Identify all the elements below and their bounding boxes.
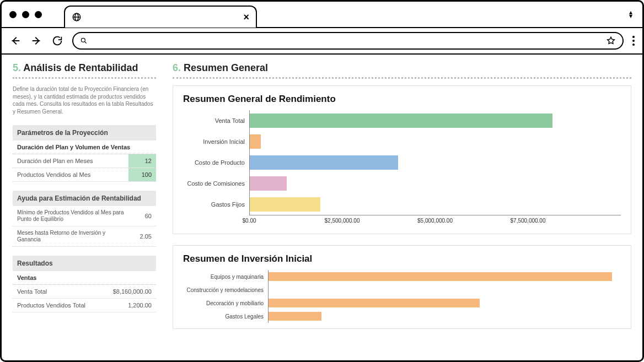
page-content: 5. Análisis de Rentabilidad Define la du… xyxy=(2,55,642,360)
results-header: Resultados xyxy=(13,256,156,271)
chart-bar xyxy=(269,299,480,307)
right-column: 6. Resumen General Resumen General de Re… xyxy=(173,62,631,360)
chart-axis: $0.00$2,500,000.00$5,000,000.00$7,500,00… xyxy=(183,215,621,228)
globe-icon xyxy=(72,12,82,22)
window-dot[interactable] xyxy=(35,11,42,18)
chart-bar-zone xyxy=(249,110,621,131)
chart-category-label: Gastos Legales xyxy=(183,314,268,320)
plan-duration-input[interactable]: 12 xyxy=(128,154,156,168)
chart-bar-row: Venta Total xyxy=(183,110,621,131)
reload-button[interactable] xyxy=(51,35,63,47)
nav-bar xyxy=(2,28,642,55)
browser-tab[interactable]: × xyxy=(64,6,257,28)
chart-bar-zone xyxy=(268,310,621,323)
chart-bar-zone xyxy=(249,173,621,194)
chart-bar-zone xyxy=(268,270,621,283)
chart-1-area: Venta TotalInversión InicialCosto de Pro… xyxy=(183,110,621,228)
chart-bar-row: Equipos y maquinaria xyxy=(183,270,621,283)
section-5-description: Define la duración total de tu Proyecció… xyxy=(13,85,156,115)
chart-bar-row: Costo de Comisiones xyxy=(183,173,621,194)
chart-title: Resumen General de Rendimiento xyxy=(183,94,621,105)
section-6-header: 6. Resumen General xyxy=(173,62,631,79)
chart-tick-label: $5,000,000.00 xyxy=(417,218,453,224)
chart-bar xyxy=(250,176,287,191)
chart-category-label: Equipos y maquinaria xyxy=(183,274,268,280)
row-roi-months: Meses hasta Retorno de Inversión y Ganan… xyxy=(13,226,156,247)
chart-bar-row: Inversión Inicial xyxy=(183,131,621,152)
chart-bar-row: Gastos Fijos xyxy=(183,194,621,215)
window-dot[interactable] xyxy=(9,11,17,18)
close-tab-icon[interactable]: × xyxy=(243,12,249,23)
chart-category-label: Costo de Comisiones xyxy=(183,180,249,187)
chart-category-label: Construcción y remodelaciones xyxy=(183,287,268,293)
chart-bar-row: Costo de Producto xyxy=(183,152,621,173)
chart-2-area: Equipos y maquinariaConstrucción y remod… xyxy=(183,270,621,323)
chart-bar xyxy=(250,114,552,128)
chart-tick-label: $0.00 xyxy=(242,218,256,224)
browser-menu-button[interactable] xyxy=(632,36,635,46)
row-min-products: Mínimo de Productos Vendidos al Mes para… xyxy=(13,206,156,226)
chart-bar-zone xyxy=(249,194,621,215)
chart-category-label: Decoración y mobiliario xyxy=(183,300,268,306)
row-total-sale: Venta Total $8,160,000.00 xyxy=(13,285,156,299)
chart-category-label: Inversión Inicial xyxy=(183,138,249,145)
row-plan-duration: Duración del Plan en Meses 12 xyxy=(13,154,156,168)
chart-performance-summary: Resumen General de Rendimiento Venta Tot… xyxy=(173,85,631,234)
chart-bar-zone xyxy=(268,283,621,296)
forward-button[interactable] xyxy=(30,35,42,47)
chart-bar-zone xyxy=(249,152,621,173)
search-icon xyxy=(80,37,88,45)
chart-bar-row: Gastos Legales xyxy=(183,310,621,323)
chart-tick-label: $7,500,000.00 xyxy=(511,218,546,224)
url-input[interactable] xyxy=(72,32,624,50)
chart-bar xyxy=(250,134,261,149)
chart-category-label: Gastos Fijos xyxy=(183,201,249,208)
window-minmax-icon[interactable]: ▴▾ xyxy=(629,10,632,18)
chart-category-label: Costo de Producto xyxy=(183,159,249,166)
back-button[interactable] xyxy=(9,35,22,47)
chart-bar xyxy=(250,155,398,170)
left-column: 5. Análisis de Rentabilidad Define la du… xyxy=(13,62,156,360)
chart-bar xyxy=(269,272,612,281)
window-dot[interactable] xyxy=(22,11,29,18)
duration-volume-header: Duración del Plan y Volumen de Ventas xyxy=(13,141,156,154)
row-total-products: Productos Vendidos Total 1,200.00 xyxy=(13,299,156,312)
chart-bar-row: Decoración y mobiliario xyxy=(183,296,621,310)
help-header: Ayuda para Estimación de Rentabilidad xyxy=(13,191,156,206)
chart-investment-summary: Resumen de Inversión Inicial Equipos y m… xyxy=(173,245,631,329)
window-controls xyxy=(9,11,42,18)
chart-bar-zone xyxy=(268,296,621,310)
products-month-input[interactable]: 100 xyxy=(128,168,156,181)
title-bar: × ▴▾ xyxy=(2,2,642,28)
chart-bar-zone xyxy=(249,131,621,152)
chart-bar-row: Construcción y remodelaciones xyxy=(183,283,621,296)
sales-header: Ventas xyxy=(13,271,156,285)
row-products-month: Productos Vendidos al Mes 100 xyxy=(13,168,156,182)
bookmark-star-icon[interactable] xyxy=(606,36,616,46)
chart-title: Resumen de Inversión Inicial xyxy=(183,253,621,264)
chart-category-label: Venta Total xyxy=(183,117,249,124)
chart-bar xyxy=(269,312,321,321)
chart-tick-label: $2,500,000.00 xyxy=(325,218,360,224)
chart-bar xyxy=(250,197,320,212)
section-5-header: 5. Análisis de Rentabilidad xyxy=(13,62,156,79)
svg-point-2 xyxy=(81,38,85,42)
params-header: Parámetros de la Proyección xyxy=(13,125,156,141)
